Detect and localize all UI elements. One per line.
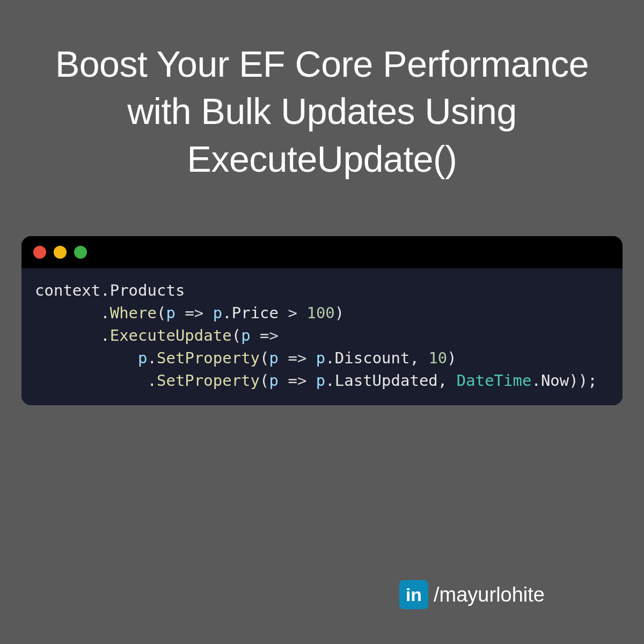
code-token-op: => [288,371,306,390]
window-maximize-icon [74,246,87,259]
code-token-param: p [269,371,279,390]
code-token-param: p [166,304,175,322]
code-token-type: DateTime [457,371,532,390]
code-token-method: Where [110,304,157,322]
code-token-op: => [260,326,279,345]
code-snippet: context.Products .Where(p => p.Price > 1… [21,268,623,405]
code-token-plain: ( [260,371,269,390]
code-token-plain: ( [260,349,269,367]
code-token-plain [306,371,316,390]
code-token-param: p [316,371,325,390]
linkedin-handle: /mayurlohite [434,583,545,606]
code-token-param: p [241,326,250,345]
code-token-param: p [138,349,147,367]
code-window: context.Products .Where(p => p.Price > 1… [21,236,623,405]
code-token-op: => [185,304,203,322]
code-token-param: p [316,349,325,367]
code-token-plain: .Now)); [531,371,597,390]
code-token-plain [279,349,288,367]
footer-credit: in /mayurlohite [399,580,545,609]
code-token-plain: ) [335,304,344,322]
window-close-icon [33,246,46,259]
code-token-plain: ( [232,326,241,345]
code-token-plain [251,326,260,345]
code-token-plain [279,371,288,390]
code-token-plain [175,304,185,322]
code-token-op: => [288,349,306,367]
code-token-plain [203,304,213,322]
code-token-plain: . [35,304,110,322]
code-token-plain: .LastUpdated, [325,371,456,390]
window-titlebar [21,236,623,268]
code-token-num: 10 [428,349,447,367]
code-token-plain: . [148,349,157,367]
code-token-method: SetProperty [157,371,260,390]
code-token-method: ExecuteUpdate [110,326,232,345]
code-token-param: p [213,304,222,322]
linkedin-icon: in [399,580,428,609]
window-minimize-icon [54,246,67,259]
code-token-plain: ) [447,349,456,367]
page-title: Boost Your EF Core Performance with Bulk… [0,40,644,182]
code-token-plain [35,349,138,367]
code-token-num: 100 [306,304,334,322]
code-token-plain: ( [157,304,166,322]
code-token-param: p [269,349,279,367]
code-token-plain: context.Products [35,281,185,299]
code-token-plain: . [35,371,157,390]
code-token-op: > [288,304,297,322]
code-token-plain [297,304,306,322]
code-token-plain: .Discount, [325,349,428,367]
code-token-plain [306,349,316,367]
code-token-plain: .Price [222,304,288,322]
code-token-plain: . [35,326,110,345]
code-token-method: SetProperty [157,349,260,367]
